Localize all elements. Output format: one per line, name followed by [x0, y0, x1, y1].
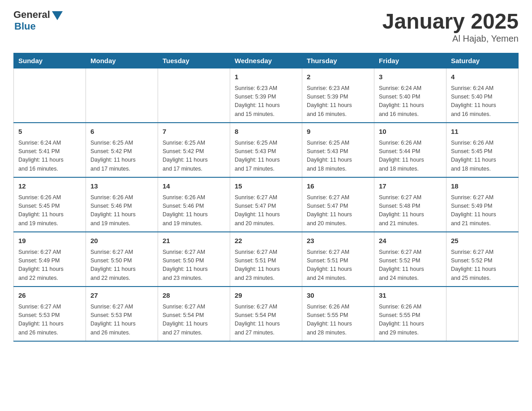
day-of-week-header: Monday: [86, 53, 158, 68]
calendar-day-cell: 10Sunrise: 6:26 AM Sunset: 5:44 PM Dayli…: [374, 123, 446, 177]
day-number: 18: [451, 181, 514, 192]
day-number: 3: [379, 72, 442, 82]
calendar-week-row: 5Sunrise: 6:24 AM Sunset: 5:41 PM Daylig…: [14, 123, 519, 177]
calendar-subtitle: Al Hajab, Yemen: [382, 34, 519, 44]
day-info: Sunrise: 6:27 AM Sunset: 5:53 PM Dayligh…: [90, 303, 153, 338]
calendar-day-cell: 20Sunrise: 6:27 AM Sunset: 5:50 PM Dayli…: [86, 232, 158, 287]
calendar-week-row: 12Sunrise: 6:26 AM Sunset: 5:45 PM Dayli…: [14, 177, 519, 232]
calendar-day-cell: 11Sunrise: 6:26 AM Sunset: 5:45 PM Dayli…: [446, 123, 519, 177]
calendar-day-cell: 16Sunrise: 6:27 AM Sunset: 5:47 PM Dayli…: [302, 177, 374, 232]
day-number: 22: [235, 236, 297, 246]
calendar-day-cell: 22Sunrise: 6:27 AM Sunset: 5:51 PM Dayli…: [230, 232, 302, 287]
calendar-day-cell: 2Sunrise: 6:23 AM Sunset: 5:39 PM Daylig…: [302, 68, 374, 123]
calendar-day-cell: 31Sunrise: 6:26 AM Sunset: 5:55 PM Dayli…: [374, 287, 446, 341]
day-number: 19: [18, 236, 81, 246]
day-number: 6: [90, 127, 153, 137]
day-number: 1: [235, 72, 297, 82]
day-number: 12: [18, 181, 81, 192]
day-info: Sunrise: 6:25 AM Sunset: 5:43 PM Dayligh…: [307, 139, 369, 174]
day-info: Sunrise: 6:27 AM Sunset: 5:53 PM Dayligh…: [18, 303, 81, 338]
day-number: 8: [235, 127, 297, 137]
day-of-week-header: Tuesday: [158, 53, 230, 68]
calendar-day-cell: 9Sunrise: 6:25 AM Sunset: 5:43 PM Daylig…: [302, 123, 374, 177]
day-info: Sunrise: 6:27 AM Sunset: 5:50 PM Dayligh…: [90, 248, 153, 283]
day-info: Sunrise: 6:27 AM Sunset: 5:48 PM Dayligh…: [379, 193, 442, 228]
day-info: Sunrise: 6:26 AM Sunset: 5:44 PM Dayligh…: [379, 139, 442, 174]
logo-general-text: General: [13, 9, 50, 21]
logo: General Blue: [13, 9, 63, 32]
day-number: 14: [163, 181, 225, 192]
day-number: 5: [18, 127, 81, 137]
day-info: Sunrise: 6:26 AM Sunset: 5:55 PM Dayligh…: [307, 303, 369, 338]
day-info: Sunrise: 6:27 AM Sunset: 5:49 PM Dayligh…: [451, 193, 514, 228]
day-number: 17: [379, 181, 442, 192]
day-of-week-header: Wednesday: [230, 53, 302, 68]
page-header: General Blue January 2025 Al Hajab, Yeme…: [13, 9, 519, 44]
calendar-day-cell: 19Sunrise: 6:27 AM Sunset: 5:49 PM Dayli…: [14, 232, 86, 287]
day-number: 23: [307, 236, 369, 246]
day-number: 26: [18, 291, 81, 301]
calendar-day-cell: 26Sunrise: 6:27 AM Sunset: 5:53 PM Dayli…: [14, 287, 86, 341]
calendar-day-cell: 4Sunrise: 6:24 AM Sunset: 5:40 PM Daylig…: [446, 68, 519, 123]
day-info: Sunrise: 6:26 AM Sunset: 5:55 PM Dayligh…: [379, 303, 442, 338]
day-info: Sunrise: 6:27 AM Sunset: 5:50 PM Dayligh…: [163, 248, 225, 283]
calendar-day-cell: 18Sunrise: 6:27 AM Sunset: 5:49 PM Dayli…: [446, 177, 519, 232]
calendar-day-cell: [86, 68, 158, 123]
calendar-day-cell: 13Sunrise: 6:26 AM Sunset: 5:46 PM Dayli…: [86, 177, 158, 232]
day-info: Sunrise: 6:27 AM Sunset: 5:49 PM Dayligh…: [18, 248, 81, 283]
day-number: 13: [90, 181, 153, 192]
day-info: Sunrise: 6:27 AM Sunset: 5:47 PM Dayligh…: [235, 193, 297, 228]
day-info: Sunrise: 6:23 AM Sunset: 5:39 PM Dayligh…: [307, 84, 369, 119]
calendar-day-cell: [446, 287, 519, 341]
day-of-week-header: Thursday: [302, 53, 374, 68]
day-number: 25: [451, 236, 514, 246]
calendar-day-cell: [158, 68, 230, 123]
day-number: 11: [451, 127, 514, 137]
day-info: Sunrise: 6:26 AM Sunset: 5:46 PM Dayligh…: [90, 193, 153, 228]
day-number: 10: [379, 127, 442, 137]
logo-arrow-icon: [52, 11, 63, 20]
day-number: 2: [307, 72, 369, 82]
calendar-day-cell: 1Sunrise: 6:23 AM Sunset: 5:39 PM Daylig…: [230, 68, 302, 123]
day-of-week-header: Friday: [374, 53, 446, 68]
calendar-header-row: SundayMondayTuesdayWednesdayThursdayFrid…: [14, 53, 519, 68]
day-info: Sunrise: 6:26 AM Sunset: 5:45 PM Dayligh…: [451, 139, 514, 174]
day-info: Sunrise: 6:24 AM Sunset: 5:40 PM Dayligh…: [379, 84, 442, 119]
calendar-day-cell: 28Sunrise: 6:27 AM Sunset: 5:54 PM Dayli…: [158, 287, 230, 341]
calendar-day-cell: 27Sunrise: 6:27 AM Sunset: 5:53 PM Dayli…: [86, 287, 158, 341]
day-info: Sunrise: 6:26 AM Sunset: 5:45 PM Dayligh…: [18, 193, 81, 228]
calendar-week-row: 19Sunrise: 6:27 AM Sunset: 5:49 PM Dayli…: [14, 232, 519, 287]
calendar-day-cell: 14Sunrise: 6:26 AM Sunset: 5:46 PM Dayli…: [158, 177, 230, 232]
day-info: Sunrise: 6:24 AM Sunset: 5:40 PM Dayligh…: [451, 84, 514, 119]
day-of-week-header: Saturday: [446, 53, 519, 68]
calendar-day-cell: 15Sunrise: 6:27 AM Sunset: 5:47 PM Dayli…: [230, 177, 302, 232]
day-info: Sunrise: 6:25 AM Sunset: 5:42 PM Dayligh…: [163, 139, 225, 174]
day-number: 4: [451, 72, 514, 82]
logo-blue-text: Blue: [14, 21, 36, 32]
day-number: 20: [90, 236, 153, 246]
calendar-week-row: 26Sunrise: 6:27 AM Sunset: 5:53 PM Dayli…: [14, 287, 519, 341]
day-info: Sunrise: 6:27 AM Sunset: 5:52 PM Dayligh…: [451, 248, 514, 283]
day-info: Sunrise: 6:27 AM Sunset: 5:54 PM Dayligh…: [235, 303, 297, 338]
day-number: 21: [163, 236, 225, 246]
day-info: Sunrise: 6:25 AM Sunset: 5:42 PM Dayligh…: [90, 139, 153, 174]
calendar-title: January 2025: [382, 9, 519, 34]
calendar-day-cell: 6Sunrise: 6:25 AM Sunset: 5:42 PM Daylig…: [86, 123, 158, 177]
day-info: Sunrise: 6:25 AM Sunset: 5:43 PM Dayligh…: [235, 139, 297, 174]
day-number: 31: [379, 291, 442, 301]
day-info: Sunrise: 6:27 AM Sunset: 5:51 PM Dayligh…: [307, 248, 369, 283]
day-info: Sunrise: 6:24 AM Sunset: 5:41 PM Dayligh…: [18, 139, 81, 174]
day-number: 29: [235, 291, 297, 301]
day-number: 16: [307, 181, 369, 192]
calendar-day-cell: 5Sunrise: 6:24 AM Sunset: 5:41 PM Daylig…: [14, 123, 86, 177]
day-number: 7: [163, 127, 225, 137]
calendar-day-cell: 21Sunrise: 6:27 AM Sunset: 5:50 PM Dayli…: [158, 232, 230, 287]
day-info: Sunrise: 6:27 AM Sunset: 5:47 PM Dayligh…: [307, 193, 369, 228]
calendar-day-cell: 3Sunrise: 6:24 AM Sunset: 5:40 PM Daylig…: [374, 68, 446, 123]
title-section: January 2025 Al Hajab, Yemen: [382, 9, 519, 44]
calendar-day-cell: 30Sunrise: 6:26 AM Sunset: 5:55 PM Dayli…: [302, 287, 374, 341]
day-number: 15: [235, 181, 297, 192]
calendar-day-cell: 8Sunrise: 6:25 AM Sunset: 5:43 PM Daylig…: [230, 123, 302, 177]
day-number: 28: [163, 291, 225, 301]
day-info: Sunrise: 6:27 AM Sunset: 5:52 PM Dayligh…: [379, 248, 442, 283]
